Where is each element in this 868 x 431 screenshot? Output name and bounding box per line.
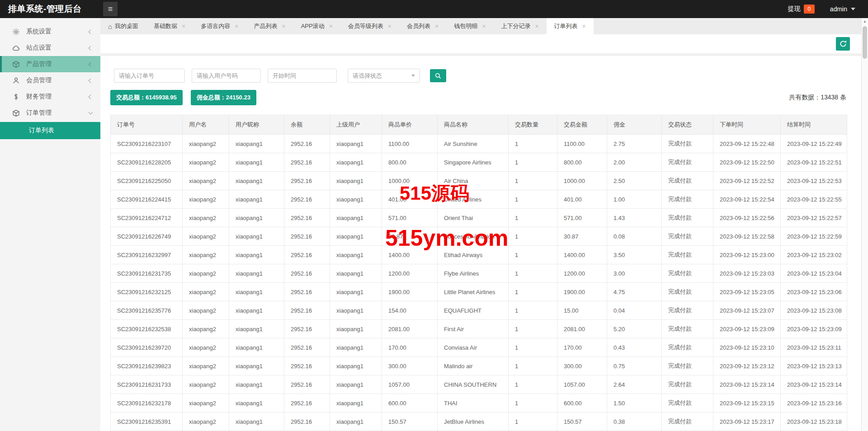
user-number-input[interactable] bbox=[192, 69, 261, 83]
table-cell: 2023-09-12 15:23:17 bbox=[713, 412, 781, 431]
table-cell: xiaopang1 bbox=[330, 412, 382, 431]
tab-基础数据[interactable]: ⌂ 基础数据 × bbox=[146, 18, 193, 34]
scrollbar-thumb[interactable] bbox=[863, 26, 867, 59]
status-select[interactable]: 请选择状态 bbox=[348, 69, 420, 83]
tab-订单列表[interactable]: ⌂ 订单列表 × bbox=[547, 18, 594, 34]
table-cell: xiaopang1 bbox=[229, 227, 284, 246]
total-count-label: 共有数据：13438 条 bbox=[789, 94, 846, 102]
table-cell: 2952.16 bbox=[284, 172, 330, 190]
table-cell: 571.00 bbox=[382, 209, 438, 227]
table-row: SC23091216224712xiaopang2xiaopang12952.1… bbox=[111, 209, 847, 227]
chevron-icon bbox=[89, 29, 93, 34]
table-cell: 2952.16 bbox=[284, 283, 330, 301]
withdraw-link[interactable]: 提现 0 bbox=[788, 5, 815, 14]
table-cell: xiaopang1 bbox=[330, 209, 382, 227]
column-header: 订单号 bbox=[111, 115, 183, 135]
tab-多语言内容[interactable]: ⌂ 多语言内容 × bbox=[193, 18, 246, 34]
tab-会员列表[interactable]: ⌂ 会员列表 × bbox=[399, 18, 446, 34]
scroll-up-icon[interactable]: ▲ bbox=[862, 18, 868, 25]
toolbar bbox=[100, 34, 868, 53]
search-button[interactable] bbox=[430, 69, 446, 82]
table-cell: 401.00 bbox=[557, 190, 607, 209]
table-cell: 1 bbox=[509, 338, 557, 357]
sidebar-item-user-会员管理[interactable]: 会员管理 bbox=[0, 72, 100, 89]
close-icon[interactable]: × bbox=[482, 23, 486, 30]
tab-APP滚动[interactable]: ⌂ APP滚动 × bbox=[293, 18, 340, 34]
table-cell: 2023-09-12 15:22:54 bbox=[713, 190, 781, 209]
scrollbar[interactable]: ▲ bbox=[861, 18, 868, 431]
menu-toggle-button[interactable]: ≡ bbox=[103, 2, 118, 16]
close-icon[interactable]: × bbox=[182, 23, 185, 30]
table-cell: SC23091216226749 bbox=[111, 227, 183, 246]
order-number-input[interactable] bbox=[114, 69, 185, 83]
table-cell: 2023-09-12 15:23:06 bbox=[781, 283, 847, 301]
tab-会员等级列表[interactable]: ⌂ 会员等级列表 × bbox=[340, 18, 399, 34]
table-cell: 2023-09-12 15:23:16 bbox=[781, 394, 847, 412]
table-cell: SC23091216232178 bbox=[111, 394, 183, 412]
table-cell: 2023-09-12 15:23:13 bbox=[781, 357, 847, 375]
table-cell: 2952.16 bbox=[284, 412, 330, 431]
sidebar-item-box-产品管理[interactable]: 产品管理 bbox=[0, 56, 100, 72]
table-cell: 2023-09-12 15:23:12 bbox=[713, 357, 781, 375]
table-cell: 2952.16 bbox=[284, 338, 330, 357]
chevron-icon bbox=[89, 46, 93, 50]
main-content: 请选择状态 交易总额：6145938.95 佣金总额：24150.23 共有数据… bbox=[100, 34, 868, 431]
close-icon[interactable]: × bbox=[388, 23, 392, 30]
sidebar-item-gear-系统设置[interactable]: 系统设置 bbox=[0, 23, 100, 40]
table-cell: SC23091216223107 bbox=[111, 135, 183, 153]
table-cell: Orient Thai bbox=[438, 209, 509, 227]
column-header: 用户昵称 bbox=[229, 115, 284, 135]
close-icon[interactable]: × bbox=[235, 23, 238, 30]
table-cell: Successful Aviation bbox=[438, 227, 509, 246]
table-cell: 完成付款 bbox=[662, 301, 713, 320]
close-icon[interactable]: × bbox=[282, 23, 285, 30]
close-icon[interactable]: × bbox=[582, 23, 586, 30]
sidebar-item-box-订单管理[interactable]: 订单管理 bbox=[0, 105, 100, 121]
close-icon[interactable]: × bbox=[535, 23, 538, 30]
close-icon[interactable]: × bbox=[329, 23, 333, 30]
chevron-icon bbox=[89, 62, 93, 66]
table-cell: 完成付款 bbox=[662, 394, 713, 412]
tab-bar: ⌂ 我的桌面 × ⌂ 基础数据 × ⌂ 多语言内容 × ⌂ 产品列表 × ⌂ A… bbox=[100, 18, 868, 34]
table-cell: 2023-09-12 15:22:53 bbox=[781, 172, 847, 190]
tab-上下分记录[interactable]: ⌂ 上下分记录 × bbox=[493, 18, 546, 34]
filter-row: 请选择状态 bbox=[114, 69, 846, 83]
table-cell: 30.87 bbox=[382, 227, 438, 246]
tab-钱包明细[interactable]: ⌂ 钱包明细 × bbox=[446, 18, 493, 34]
table-cell: xiaopang2 bbox=[183, 135, 229, 153]
table-cell: 0.04 bbox=[607, 301, 662, 320]
tab-我的桌面[interactable]: ⌂ 我的桌面 × bbox=[100, 18, 146, 34]
table-cell: 600.00 bbox=[557, 394, 607, 412]
table-cell: xiaopang1 bbox=[229, 375, 284, 394]
table-cell: 2952.16 bbox=[284, 264, 330, 283]
close-icon[interactable]: × bbox=[435, 23, 439, 30]
table-cell: xiaopang1 bbox=[330, 283, 382, 301]
table-cell: 1900.00 bbox=[382, 283, 438, 301]
column-header: 商品单价 bbox=[382, 115, 438, 135]
start-time-input[interactable] bbox=[268, 69, 337, 83]
table-cell: 154.00 bbox=[382, 301, 438, 320]
sidebar-item-dollar-财务管理[interactable]: 财务管理 bbox=[0, 89, 100, 105]
hamburger-icon: ≡ bbox=[108, 5, 113, 14]
table-cell: 150.57 bbox=[557, 412, 607, 431]
table-cell: xiaopang1 bbox=[330, 375, 382, 394]
sidebar-item-order-list-active[interactable]: 订单列表 bbox=[0, 122, 100, 139]
sidebar-item-site-站点设置[interactable]: 站点设置 bbox=[0, 40, 100, 56]
table-cell: SC23091216235776 bbox=[111, 301, 183, 320]
table-cell: 15.00 bbox=[557, 301, 607, 320]
refresh-button[interactable] bbox=[836, 37, 850, 51]
table-cell: xiaopang1 bbox=[229, 190, 284, 209]
tab-产品列表[interactable]: ⌂ 产品列表 × bbox=[246, 18, 293, 34]
table-cell: 2952.16 bbox=[284, 375, 330, 394]
user-menu[interactable]: admin bbox=[830, 5, 855, 13]
table-cell: 1 bbox=[509, 320, 557, 338]
table-cell: xiaopang1 bbox=[330, 301, 382, 320]
column-header: 佣金 bbox=[607, 115, 662, 135]
table-cell: 1057.00 bbox=[382, 375, 438, 394]
table-cell: Conviasa Air bbox=[438, 338, 509, 357]
dollar-icon bbox=[12, 93, 20, 101]
table-cell: xiaopang1 bbox=[229, 153, 284, 172]
table-cell: 2.75 bbox=[607, 135, 662, 153]
table-cell: SC23091216231735 bbox=[111, 264, 183, 283]
table-cell: 571.00 bbox=[557, 209, 607, 227]
